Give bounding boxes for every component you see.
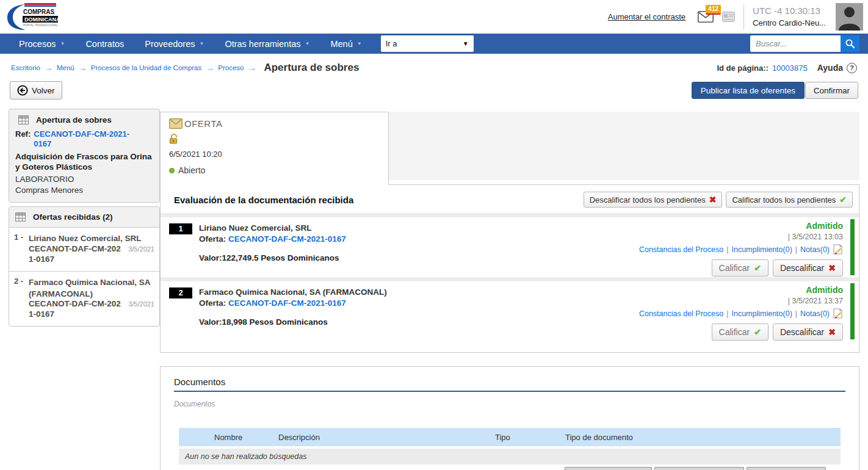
cutoff-button-2[interactable] xyxy=(654,467,744,470)
nav-contratos[interactable]: Contratos xyxy=(75,39,134,49)
cutoff-button-3[interactable] xyxy=(747,467,826,470)
news-card-icon[interactable] xyxy=(722,12,735,22)
help-question-icon[interactable]: ? xyxy=(847,63,857,73)
offer-number: 2 - xyxy=(14,277,29,320)
x-red-icon: ✖ xyxy=(828,263,836,273)
constancias-link[interactable]: Constancias del Proceso xyxy=(639,245,723,254)
process-modality: Compras Menores xyxy=(15,186,153,195)
cutoff-button-1[interactable] xyxy=(565,467,652,470)
offer-rank-badge: 1 xyxy=(169,223,192,234)
qualify-button[interactable]: Calificar ✔ xyxy=(712,324,769,341)
note-edit-icon[interactable] xyxy=(833,244,843,255)
chevron-down-icon: ▼ xyxy=(305,41,310,46)
back-button[interactable]: Volver xyxy=(10,81,62,99)
qualify-all-label: Calificar todos los pendientes xyxy=(732,195,836,204)
disqualify-button[interactable]: Descalificar ✖ xyxy=(773,324,843,341)
value-label: Valor: xyxy=(199,317,222,327)
qualify-label: Calificar xyxy=(719,263,750,273)
nav-proveedores[interactable]: Proveedores ▼ xyxy=(134,39,214,49)
offer-reference: CECANOT-DAF-CM-2021-0167 xyxy=(29,299,121,319)
evaluation-section: Evaluación de la documentación recibida … xyxy=(160,184,859,353)
breadcrumb-procesos-unidad[interactable]: Procesos de la Unidad de Compras xyxy=(91,64,202,71)
offer-value: 18,998 Pesos Dominicanos xyxy=(222,317,328,327)
documents-title-underline xyxy=(174,391,845,392)
mail-icon[interactable]: 412 xyxy=(698,11,714,23)
sidebar-offer-item-2[interactable]: 2 - Farmaco Quimica Nacional, SA (FARMAC… xyxy=(9,271,159,327)
process-unit: LABORATORIO xyxy=(15,175,153,184)
avatar[interactable] xyxy=(836,3,863,31)
arrow-right-icon: → xyxy=(248,63,256,73)
breadcrumb-escritorio[interactable]: Escritorio xyxy=(11,64,40,71)
compras-dominicana-logo[interactable]: COMPRAS DOMINICANA PORTAL TRANSACCIONAL xyxy=(7,2,65,32)
notas-link[interactable]: Notas(0) xyxy=(800,309,830,318)
table-icon xyxy=(15,212,26,222)
admitted-status-bar xyxy=(850,283,855,339)
nav-menu[interactable]: Menú ▼ xyxy=(320,39,372,49)
check-green-icon: ✔ xyxy=(754,263,761,273)
nav-otras-herramientas-label: Otras herramientas xyxy=(225,39,300,49)
nav-otras-herramientas[interactable]: Otras herramientas ▼ xyxy=(214,39,320,49)
confirm-button[interactable]: Confirmar xyxy=(805,82,858,99)
incumplimiento-link[interactable]: Incumplimiento(0) xyxy=(731,245,792,254)
logo-graphic: COMPRAS DOMINICANA PORTAL TRANSACCIONAL xyxy=(7,2,65,32)
increase-contrast-link[interactable]: Aumentar el contraste xyxy=(608,12,685,21)
help-link[interactable]: Ayuda xyxy=(817,63,843,73)
offer-date: 3/5/2021 xyxy=(128,245,154,254)
open-padlock-icon xyxy=(169,133,180,144)
incumplimiento-link[interactable]: Incumplimiento(0) xyxy=(731,309,792,318)
documents-title: Documentos xyxy=(174,377,845,387)
nav-procesos[interactable]: Procesos ▼ xyxy=(9,39,75,49)
disqualify-button[interactable]: Descalificar ✖ xyxy=(773,259,843,277)
disqualify-all-pending-button[interactable]: Descalificar todos los pendientes ✖ xyxy=(584,192,723,208)
process-description: Adquisición de Frascos para Orina y Gote… xyxy=(15,151,153,173)
offer-label: Oferta: xyxy=(199,298,226,308)
qualify-all-pending-button[interactable]: Calificar todos los pendientes ✔ xyxy=(726,192,853,208)
select-arrow-icon: ▼ xyxy=(463,40,469,47)
search-icon xyxy=(845,38,855,49)
card-icon-graphic xyxy=(722,12,735,22)
search-bar xyxy=(750,35,859,52)
search-button[interactable] xyxy=(841,35,859,52)
offer-rank-badge: 2 xyxy=(169,287,192,298)
evaluation-offer-row-1: 1 Liriano Nuez Comercial, SRL Oferta: CE… xyxy=(161,213,859,277)
notas-link[interactable]: Notas(0) xyxy=(800,245,830,254)
apertura-sobres-panel: Apertura de sobres Ref: CECANOT-DAF-CM-2… xyxy=(9,109,160,203)
search-input[interactable] xyxy=(750,35,841,52)
goto-select[interactable]: Ir a ▼ xyxy=(381,35,474,52)
disqualify-all-label: Descalificar todos los pendientes xyxy=(590,195,706,204)
tab-oferta[interactable]: OFERTA 6/5/2021 10:20 Abierto xyxy=(160,112,389,185)
status-badge-admitido: Admitido xyxy=(639,285,843,295)
chevron-down-icon: ▼ xyxy=(60,41,65,46)
offer-number: 1 - xyxy=(14,233,29,265)
ref-label: Ref: xyxy=(15,129,31,150)
breadcrumb-menu[interactable]: Menú xyxy=(57,64,74,71)
sidebar-offer-item-1[interactable]: 1 - Liriano Nuez Comercial, SRL 3/5/2021… xyxy=(9,228,159,271)
constancias-link[interactable]: Constancias del Proceso xyxy=(639,309,723,318)
utc-clock: UTC -4 10:30:13 xyxy=(753,4,826,18)
nav-procesos-label: Procesos xyxy=(19,39,56,49)
offer-reference-link[interactable]: CECANOT-DAF-CM-2021-0167 xyxy=(228,298,346,308)
offer-reference-link[interactable]: CECANOT-DAF-CM-2021-0167 xyxy=(228,234,346,244)
table-icon xyxy=(18,115,29,125)
evaluation-offer-row-2: 2 Farmaco Quimica Nacional, SA (FARMACON… xyxy=(161,277,859,341)
process-reference-link[interactable]: CECANOT-DAF-CM-2021-0167 xyxy=(34,129,142,150)
note-edit-icon[interactable] xyxy=(833,308,843,319)
header-divider xyxy=(743,4,744,30)
user-entity-name: Centro Cardio-Neu... xyxy=(753,18,826,29)
svg-text:PORTAL TRANSACCIONAL: PORTAL TRANSACCIONAL xyxy=(23,24,58,27)
breadcrumb-proceso[interactable]: Proceso xyxy=(218,64,244,71)
nav-menu-label: Menú xyxy=(330,39,352,49)
goto-selected-value: Ir a xyxy=(386,39,397,48)
arrow-right-icon: → xyxy=(45,63,52,73)
column-tipo-documento: Tipo de documento xyxy=(565,433,841,442)
svg-text:DOMINICANA: DOMINICANA xyxy=(24,16,60,23)
documents-empty-message: Aun no se han realizado búsquedas xyxy=(179,449,841,465)
value-label: Valor: xyxy=(199,253,222,262)
column-descripcion: Descripción xyxy=(278,433,495,442)
x-red-icon: ✖ xyxy=(709,195,717,204)
time-user-block: UTC -4 10:30:13 Centro Cardio-Neu... xyxy=(753,4,827,29)
status-date: | 3/5/2021 13:37 xyxy=(639,297,843,305)
publish-offerors-list-button[interactable]: Publicar lista de oferentes xyxy=(692,82,805,99)
disqualify-label: Descalificar xyxy=(780,263,824,273)
qualify-button[interactable]: Calificar ✔ xyxy=(712,259,769,277)
